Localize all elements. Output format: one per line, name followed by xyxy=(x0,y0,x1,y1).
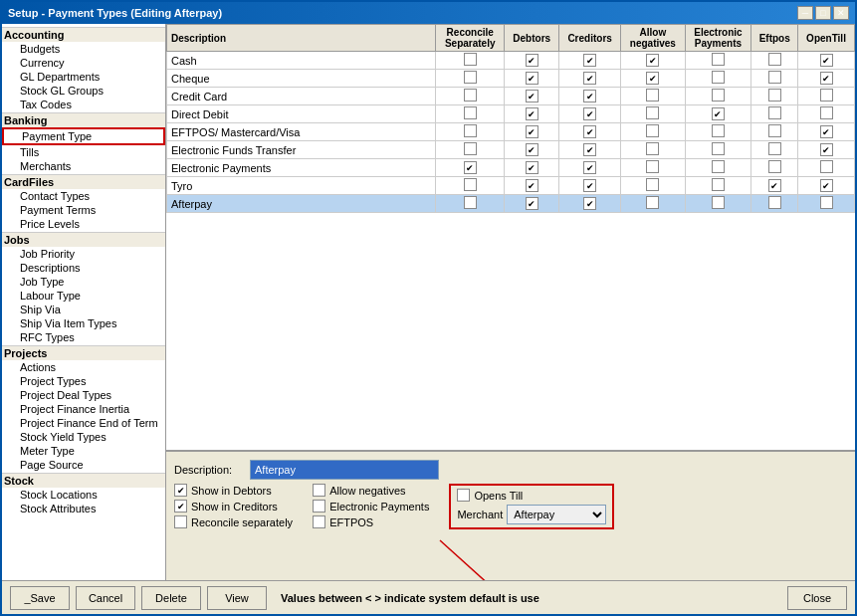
eftpos-checkbox[interactable] xyxy=(768,142,781,155)
opens-till-checkbox[interactable] xyxy=(457,489,470,502)
opentill-checkbox[interactable] xyxy=(820,125,833,138)
sidebar-item-budgets[interactable]: Budgets xyxy=(2,42,165,56)
row-allow_neg[interactable] xyxy=(621,70,685,88)
table-row[interactable]: EFTPOS/ Mastercard/Visa xyxy=(167,123,855,141)
row-opentill[interactable] xyxy=(798,52,855,70)
creditors-checkbox[interactable] xyxy=(583,72,596,85)
sidebar-item-stock-gl-groups[interactable]: Stock GL Groups xyxy=(2,84,165,98)
allow_neg-checkbox[interactable] xyxy=(646,89,659,102)
sidebar-item-project-finance-inertia[interactable]: Project Finance Inertia xyxy=(2,402,165,416)
row-creditors[interactable] xyxy=(558,105,620,123)
eftpos-checkbox[interactable] xyxy=(768,179,781,192)
row-creditors[interactable] xyxy=(558,123,620,141)
sidebar-item-stock[interactable]: Stock xyxy=(2,473,165,488)
row-electronic[interactable] xyxy=(685,70,751,88)
sidebar-item-stock-locations[interactable]: Stock Locations xyxy=(2,488,165,502)
row-reconcile[interactable] xyxy=(436,141,505,159)
row-debtors[interactable] xyxy=(505,195,559,213)
creditors-checkbox[interactable] xyxy=(583,143,596,156)
sidebar-item-actions[interactable]: Actions xyxy=(2,360,165,374)
debtors-checkbox[interactable] xyxy=(526,125,538,138)
sidebar-item-cardfiles[interactable]: CardFiles xyxy=(2,174,165,189)
reconcile-checkbox[interactable] xyxy=(464,196,477,209)
sidebar-item-rfc-types[interactable]: RFC Types xyxy=(2,330,165,344)
reconcile-checkbox[interactable] xyxy=(464,178,477,191)
debtors-checkbox[interactable] xyxy=(526,197,538,210)
allow_neg-checkbox[interactable] xyxy=(646,142,659,155)
row-allow_neg[interactable] xyxy=(621,141,685,159)
reconcile-checkbox[interactable] xyxy=(464,106,477,119)
eftpos-checkbox[interactable] xyxy=(768,53,781,66)
eftpos-checkbox[interactable] xyxy=(768,89,781,102)
row-allow_neg[interactable] xyxy=(621,123,685,141)
sidebar-item-merchants[interactable]: Merchants xyxy=(2,159,165,173)
electronic-checkbox[interactable] xyxy=(712,71,725,84)
show-debtors-checkbox[interactable] xyxy=(174,484,187,497)
allow_neg-checkbox[interactable] xyxy=(646,106,659,119)
save-button[interactable]: _Save xyxy=(10,586,70,610)
row-debtors[interactable] xyxy=(505,177,559,195)
row-opentill[interactable] xyxy=(798,123,855,141)
row-reconcile[interactable] xyxy=(436,52,505,70)
view-button[interactable]: View xyxy=(207,586,267,610)
creditors-checkbox[interactable] xyxy=(583,179,596,192)
row-debtors[interactable] xyxy=(505,105,559,123)
allow_neg-checkbox[interactable] xyxy=(646,72,659,85)
sidebar-item-payment-type[interactable]: Payment Type xyxy=(2,127,165,145)
sidebar-item-projects[interactable]: Projects xyxy=(2,345,165,360)
row-creditors[interactable] xyxy=(558,177,620,195)
sidebar-item-project-types[interactable]: Project Types xyxy=(2,374,165,388)
show-creditors-checkbox[interactable] xyxy=(174,500,187,513)
sidebar-item-job-type[interactable]: Job Type xyxy=(2,275,165,289)
row-electronic[interactable] xyxy=(685,159,751,177)
electronic-checkbox[interactable] xyxy=(712,53,725,66)
sidebar-item-gl-departments[interactable]: GL Departments xyxy=(2,70,165,84)
eftpos-checkbox[interactable] xyxy=(313,515,325,528)
opentill-checkbox[interactable] xyxy=(820,72,833,85)
row-eftpos[interactable] xyxy=(751,70,798,88)
row-eftpos[interactable] xyxy=(751,195,798,213)
row-creditors[interactable] xyxy=(558,141,620,159)
debtors-checkbox[interactable] xyxy=(526,107,538,120)
allow_neg-checkbox[interactable] xyxy=(646,54,659,67)
table-row[interactable]: Credit Card xyxy=(167,88,855,105)
eftpos-checkbox[interactable] xyxy=(768,71,781,84)
table-row[interactable]: Direct Debit xyxy=(167,105,855,123)
row-creditors[interactable] xyxy=(558,159,620,177)
row-opentill[interactable] xyxy=(798,105,855,123)
row-opentill[interactable] xyxy=(798,88,855,105)
row-reconcile[interactable] xyxy=(436,195,505,213)
creditors-checkbox[interactable] xyxy=(583,197,596,210)
row-reconcile[interactable] xyxy=(436,88,505,105)
row-allow_neg[interactable] xyxy=(621,195,685,213)
row-debtors[interactable] xyxy=(505,159,559,177)
creditors-checkbox[interactable] xyxy=(583,90,596,103)
row-eftpos[interactable] xyxy=(751,105,798,123)
creditors-checkbox[interactable] xyxy=(583,125,596,138)
row-creditors[interactable] xyxy=(558,195,620,213)
row-reconcile[interactable] xyxy=(436,159,505,177)
sidebar-item-page-source[interactable]: Page Source xyxy=(2,458,165,472)
row-creditors[interactable] xyxy=(558,70,620,88)
electronic-checkbox[interactable] xyxy=(712,124,725,137)
creditors-checkbox[interactable] xyxy=(583,161,596,174)
row-electronic[interactable] xyxy=(685,88,751,105)
sidebar-item-project-deal-types[interactable]: Project Deal Types xyxy=(2,388,165,402)
row-opentill[interactable] xyxy=(798,195,855,213)
electronic-checkbox[interactable] xyxy=(712,107,725,120)
row-allow_neg[interactable] xyxy=(621,52,685,70)
row-allow_neg[interactable] xyxy=(621,88,685,105)
sidebar-item-jobs[interactable]: Jobs xyxy=(2,232,165,247)
cancel-button[interactable]: Cancel xyxy=(76,586,135,610)
eftpos-checkbox[interactable] xyxy=(768,196,781,209)
sidebar-item-tax-codes[interactable]: Tax Codes xyxy=(2,98,165,111)
row-electronic[interactable] xyxy=(685,123,751,141)
row-electronic[interactable] xyxy=(685,195,751,213)
allow_neg-checkbox[interactable] xyxy=(646,196,659,209)
row-reconcile[interactable] xyxy=(436,177,505,195)
table-row[interactable]: Electronic Payments xyxy=(167,159,855,177)
sidebar-item-accounting[interactable]: Accounting xyxy=(2,27,165,42)
row-electronic[interactable] xyxy=(685,141,751,159)
row-debtors[interactable] xyxy=(505,123,559,141)
row-eftpos[interactable] xyxy=(751,88,798,105)
